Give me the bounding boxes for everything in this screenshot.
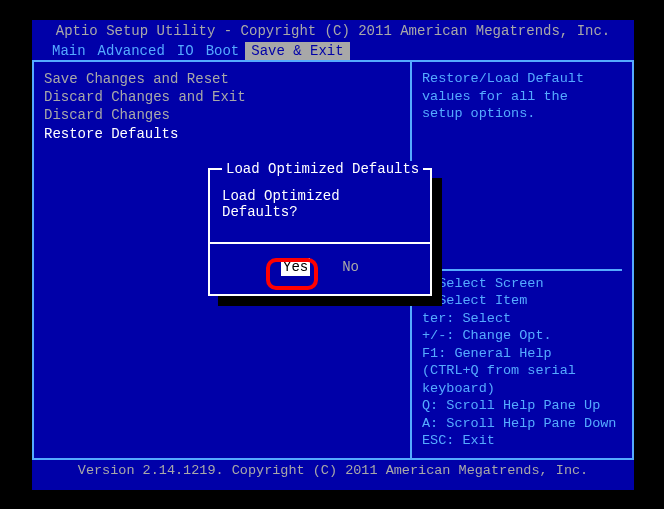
help-text: Restore/Load Default values for all the … xyxy=(422,70,622,123)
tab-advanced[interactable]: Advanced xyxy=(92,42,171,60)
yes-button[interactable]: Yes xyxy=(281,258,310,276)
confirm-dialog: Load Optimized Defaults Load Optimized D… xyxy=(208,168,432,296)
tab-bar: Main Advanced IO Boot Save & Exit xyxy=(32,42,634,60)
tab-boot[interactable]: Boot xyxy=(200,42,246,60)
dialog-buttons: Yes No xyxy=(222,252,418,276)
dialog-body: Load Optimized Defaults? Yes No xyxy=(210,170,430,286)
legend-line: ter: Select xyxy=(422,310,622,328)
dialog-title: Load Optimized Defaults xyxy=(222,161,423,177)
tab-io[interactable]: IO xyxy=(171,42,200,60)
footer-version: Version 2.14.1219. Copyright (C) 2011 Am… xyxy=(32,460,634,481)
legend-line: keyboard) xyxy=(422,380,622,398)
menu-restore-defaults[interactable]: Restore Defaults xyxy=(44,125,400,143)
tab-main[interactable]: Main xyxy=(46,42,92,60)
menu-discard-changes-exit[interactable]: Discard Changes and Exit xyxy=(44,88,400,106)
header-title: Aptio Setup Utility - Copyright (C) 2011… xyxy=(32,20,634,42)
legend-line: +/-: Change Opt. xyxy=(422,327,622,345)
help-line: setup options. xyxy=(422,105,622,123)
menu-discard-changes[interactable]: Discard Changes xyxy=(44,106,400,124)
no-button[interactable]: No xyxy=(342,258,359,276)
legend-line: : Select Screen xyxy=(422,275,622,293)
legend-line: A: Scroll Help Pane Down xyxy=(422,415,622,433)
help-line: values for all the xyxy=(422,88,622,106)
legend-line: Q: Scroll Help Pane Up xyxy=(422,397,622,415)
key-legend: : Select Screen : Select Item ter: Selec… xyxy=(422,269,622,450)
legend-line: : Select Item xyxy=(422,292,622,310)
legend-line: (CTRL+Q from serial xyxy=(422,362,622,380)
right-panel: Restore/Load Default values for all the … xyxy=(412,62,634,458)
dialog-question: Load Optimized Defaults? xyxy=(222,188,418,220)
help-line: Restore/Load Default xyxy=(422,70,622,88)
legend-line: F1: General Help xyxy=(422,345,622,363)
dialog-separator xyxy=(210,242,430,244)
legend-line: ESC: Exit xyxy=(422,432,622,450)
tab-save-exit[interactable]: Save & Exit xyxy=(245,42,349,60)
menu-save-changes-reset[interactable]: Save Changes and Reset xyxy=(44,70,400,88)
